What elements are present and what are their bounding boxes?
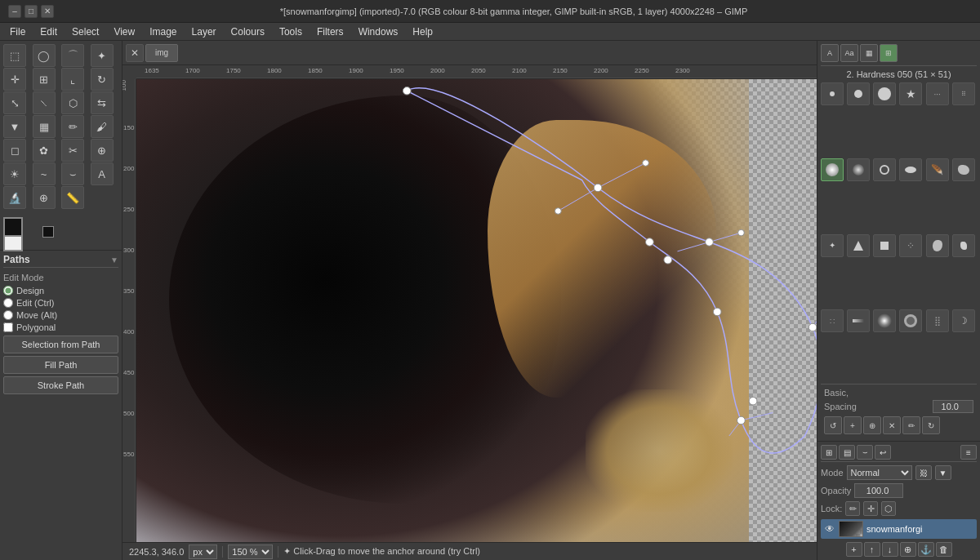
canvas-area[interactable]: ✕ img 1635 1700 1750 1800 1850 1900 1950… — [122, 41, 817, 560]
tool-heal[interactable]: ⊕ — [91, 139, 114, 162]
mode-select[interactable]: Normal Multiply Screen Overlay — [847, 465, 912, 480]
tool-paintbrush[interactable]: 🖌 — [91, 115, 114, 138]
brush-circle-med[interactable] — [847, 82, 870, 105]
brush-action-refresh[interactable]: ↺ — [824, 416, 842, 434]
design-option[interactable]: Design — [3, 286, 118, 296]
brush-edge[interactable] — [847, 309, 870, 332]
menu-item-layer[interactable]: Layer — [185, 24, 223, 39]
tool-scale[interactable]: ⤡ — [3, 91, 26, 114]
polygonal-option[interactable]: Polygonal — [3, 322, 118, 332]
brush-action-edit[interactable]: ✏ — [902, 416, 920, 434]
menu-item-edit[interactable]: Edit — [33, 24, 64, 39]
tool-path[interactable]: ⌣ — [61, 162, 84, 185]
layers-panel-menu[interactable]: ≡ — [960, 445, 977, 460]
move-radio[interactable] — [3, 310, 13, 320]
tool-crop[interactable]: ⌞ — [61, 68, 84, 91]
brush-ring[interactable] — [873, 158, 896, 181]
menu-item-image[interactable]: Image — [143, 24, 183, 39]
lock-pixels-btn[interactable]: ✏ — [845, 501, 860, 516]
opacity-input[interactable] — [854, 483, 903, 498]
brush-bokeh[interactable] — [899, 309, 922, 332]
canvas-image[interactable] — [136, 79, 817, 560]
menu-item-filters[interactable]: Filters — [310, 24, 350, 39]
menu-item-windows[interactable]: Windows — [352, 24, 405, 39]
layer-anchor-btn[interactable]: ⚓ — [918, 542, 934, 557]
layer-lower-btn[interactable]: ↓ — [882, 542, 898, 557]
brush-action-delete[interactable]: ✕ — [883, 416, 901, 434]
tab-patterns[interactable]: ▦ — [860, 44, 878, 62]
unit-select[interactable]: px — [189, 544, 217, 559]
layer-new-btn[interactable]: + — [846, 542, 862, 557]
tool-align[interactable]: ⊞ — [33, 68, 56, 91]
layer-vis-btn[interactable]: 👁 — [824, 523, 835, 535]
layers-tab-layers[interactable]: ⊞ — [821, 445, 837, 460]
close-btn[interactable]: ✕ — [41, 5, 54, 18]
menu-item-view[interactable]: View — [107, 24, 141, 39]
swap-colors-btn[interactable] — [42, 226, 54, 238]
zoom-select[interactable]: 150 % — [228, 544, 273, 559]
brush-splotch[interactable] — [952, 158, 975, 181]
polygonal-checkbox[interactable] — [3, 322, 13, 332]
brush-feather[interactable]: 🪶 — [926, 158, 949, 181]
restore-btn[interactable]: □ — [24, 5, 38, 18]
brush-spray[interactable]: ∷ — [821, 309, 844, 332]
layers-tab-undo[interactable]: ↩ — [875, 445, 891, 460]
tool-zoom[interactable]: ⊕ — [33, 186, 56, 209]
brush-blob[interactable] — [926, 234, 949, 257]
brush-action-duplicate[interactable]: ⊕ — [863, 416, 881, 434]
brush-spatter[interactable]: ⣿ — [926, 309, 949, 332]
lock-alpha-btn[interactable]: ⬡ — [881, 501, 896, 516]
tool-measure[interactable]: 📏 — [61, 186, 84, 209]
brush-triangle[interactable] — [847, 234, 870, 257]
paths-collapse-btn[interactable]: ▼ — [110, 256, 118, 264]
brush-square[interactable] — [873, 234, 896, 257]
spacing-input[interactable] — [933, 400, 973, 413]
tool-rect-select[interactable]: ⬚ — [3, 44, 26, 67]
edit-option[interactable]: Edit (Ctrl) — [3, 298, 118, 308]
tool-airbrush[interactable]: ✿ — [33, 139, 56, 162]
mode-more-btn[interactable]: ▼ — [935, 465, 951, 480]
brush-star2[interactable]: ✦ — [821, 234, 844, 257]
design-radio[interactable] — [3, 286, 13, 296]
menu-item-colours[interactable]: Colours — [225, 24, 271, 39]
fg-color-swatch[interactable] — [3, 217, 23, 237]
brush-crescent[interactable]: ☽ — [952, 309, 975, 332]
tool-perspective[interactable]: ⬡ — [61, 91, 84, 114]
tool-fuzzy-select[interactable]: ✦ — [91, 44, 114, 67]
tool-shear[interactable]: ⟍ — [33, 91, 56, 114]
brush-round-feather[interactable] — [873, 309, 896, 332]
menu-item-tools[interactable]: Tools — [273, 24, 309, 39]
edit-radio[interactable] — [3, 298, 13, 308]
brush-dab[interactable] — [952, 234, 975, 257]
brush-action-new[interactable]: + — [844, 416, 862, 434]
menu-item-help[interactable]: Help — [406, 24, 439, 39]
fill-path-btn[interactable]: Fill Path — [3, 356, 118, 374]
brush-dots[interactable]: ⠿ — [952, 82, 975, 105]
layer-duplicate-btn[interactable]: ⊕ — [900, 542, 916, 557]
layers-tab-channels[interactable]: ▤ — [839, 445, 855, 460]
tool-eraser[interactable]: ◻ — [3, 139, 26, 162]
selection-from-path-btn[interactable]: Selection from Path — [3, 336, 118, 353]
layers-tab-paths[interactable]: ⌣ — [857, 445, 873, 460]
menu-item-select[interactable]: Select — [65, 24, 105, 39]
brush-star[interactable]: ★ — [899, 82, 922, 105]
tool-dodge[interactable]: ☀ — [3, 162, 26, 185]
stroke-path-btn[interactable]: Stroke Path — [3, 376, 118, 394]
lock-position-btn[interactable]: ✛ — [863, 501, 878, 516]
tool-smudge[interactable]: ~ — [33, 162, 56, 185]
canvas-close-btn[interactable]: ✕ — [126, 44, 144, 62]
mode-chain-btn[interactable]: ⛓ — [915, 465, 932, 480]
tool-flip[interactable]: ⇆ — [91, 91, 114, 114]
brush-circle-lg[interactable] — [873, 82, 896, 105]
brush-hardness[interactable] — [821, 158, 844, 181]
brush-scatter2[interactable]: ⁘ — [899, 234, 922, 257]
minimize-btn[interactable]: – — [8, 5, 21, 18]
layer-raise-btn[interactable]: ↑ — [864, 542, 880, 557]
tool-pencil[interactable]: ✏ — [61, 115, 84, 138]
tab-dynamics[interactable]: Aa — [840, 44, 858, 62]
brush-action-more[interactable]: ↻ — [922, 416, 940, 434]
menu-item-file[interactable]: File — [3, 24, 32, 39]
tool-bucket-fill[interactable]: ▼ — [3, 115, 26, 138]
tool-rotate[interactable]: ↻ — [91, 68, 114, 91]
tool-lasso-select[interactable]: ⌒ — [61, 44, 84, 67]
